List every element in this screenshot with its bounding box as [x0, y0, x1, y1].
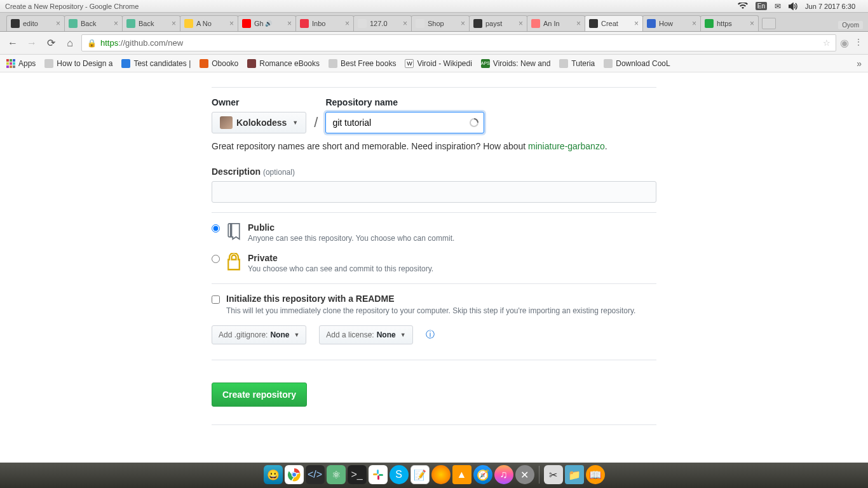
window-title: Create a New Repository - Google Chrome — [5, 3, 139, 10]
close-icon[interactable]: × — [54, 19, 60, 28]
dock-slack-icon[interactable] — [369, 465, 388, 484]
dock-itunes-icon[interactable]: ♫ — [494, 465, 513, 484]
public-radio[interactable] — [212, 224, 220, 233]
bookmark-item[interactable]: WViroid - Wikipedi — [405, 59, 471, 68]
profile-badge[interactable]: Oyom — [838, 21, 863, 29]
tab[interactable]: payst× — [469, 15, 527, 31]
bookmark-item[interactable]: APSViroids: New and — [481, 59, 551, 68]
close-icon[interactable]: × — [517, 19, 523, 28]
suggestion-link[interactable]: miniature-garbanzo — [528, 141, 605, 151]
dock-skype-icon[interactable]: S — [390, 465, 409, 484]
tab[interactable]: Back× — [64, 15, 123, 31]
dock-chrome-icon[interactable] — [285, 465, 304, 484]
lang-indicator[interactable]: En — [756, 2, 767, 10]
dock-safari-icon[interactable]: 🧭 — [473, 465, 492, 484]
lock-icon: 🔒 — [87, 39, 97, 48]
bookmark-item[interactable]: Test candidates | — [121, 59, 191, 68]
favicon-icon — [11, 19, 20, 28]
tab[interactable]: An In× — [527, 15, 585, 31]
page-icon — [604, 59, 613, 68]
repo-name-input[interactable] — [325, 112, 484, 133]
gitignore-dropdown[interactable]: Add .gitignore: None▼ — [212, 325, 306, 344]
bookmark-item[interactable]: Download CooL — [604, 59, 670, 68]
close-icon[interactable]: × — [343, 19, 349, 28]
tab[interactable]: Back× — [122, 15, 180, 31]
clock[interactable]: Jun 7 2017 6:30 — [805, 3, 855, 10]
tab[interactable]: Gh🔊× — [238, 15, 296, 31]
close-icon[interactable]: × — [574, 19, 581, 28]
wifi-icon[interactable] — [738, 3, 748, 10]
page-icon — [247, 59, 256, 68]
close-icon[interactable]: × — [285, 19, 292, 28]
svg-rect-2 — [231, 228, 232, 229]
readme-checkbox[interactable] — [212, 295, 220, 304]
close-icon[interactable]: × — [112, 19, 118, 28]
dock-firefox-icon[interactable] — [431, 465, 451, 484]
tab[interactable]: Inbo× — [295, 15, 354, 31]
private-desc: You choose who can see and commit to thi… — [248, 264, 433, 273]
tab[interactable]: Shop× — [411, 15, 470, 31]
dock-folder-icon[interactable]: 📁 — [565, 465, 584, 484]
svg-rect-11 — [379, 474, 383, 476]
chevron-down-icon: ▼ — [400, 332, 406, 338]
readme-desc: This will let you immediately clone the … — [226, 306, 635, 315]
readme-title: Initialize this repository with a README — [226, 294, 635, 304]
close-icon[interactable]: × — [401, 19, 407, 28]
dock-vscode-icon[interactable]: </> — [306, 465, 325, 484]
page-icon — [329, 59, 337, 68]
dock-vlc-icon[interactable]: ▲ — [452, 465, 471, 484]
dock-ibooks-icon[interactable]: 📖 — [586, 465, 605, 484]
svg-rect-1 — [231, 226, 232, 227]
favicon-icon — [358, 19, 367, 28]
chevron-down-icon: ▼ — [294, 332, 299, 338]
close-icon[interactable]: × — [632, 19, 639, 28]
info-icon[interactable]: ⓘ — [426, 329, 435, 341]
close-icon[interactable]: × — [459, 19, 465, 28]
new-tab-button[interactable] — [762, 18, 776, 29]
menu-icon[interactable]: ⋮ — [854, 37, 863, 49]
tab[interactable]: https× — [700, 15, 759, 31]
bookmark-item[interactable]: How to Design a — [44, 59, 112, 68]
apps-button[interactable]: Apps — [6, 59, 36, 68]
dock-textedit-icon[interactable]: 📝 — [410, 465, 430, 484]
back-button[interactable]: ← — [5, 36, 20, 51]
create-repository-button[interactable]: Create repository — [212, 383, 307, 407]
volume-icon[interactable] — [789, 3, 797, 10]
address-bar[interactable]: 🔒 https://github.com/new ☆ — [81, 34, 836, 51]
favicon-icon — [300, 19, 309, 28]
reload-button[interactable]: ⟳ — [43, 36, 58, 51]
description-input[interactable] — [212, 181, 656, 203]
repo-hint: Great repository names are short and mem… — [212, 141, 656, 151]
close-icon[interactable]: × — [748, 19, 754, 28]
extension-icon[interactable]: ◉ — [840, 37, 849, 49]
close-icon[interactable]: × — [170, 19, 176, 28]
tab-active[interactable]: Creat× — [585, 15, 643, 31]
svg-point-7 — [292, 472, 296, 477]
tab[interactable]: A No× — [180, 15, 238, 31]
home-button[interactable]: ⌂ — [62, 36, 78, 51]
favicon-icon — [242, 19, 251, 28]
dock-terminal-icon[interactable]: >_ — [348, 465, 367, 484]
bookmark-item[interactable]: Obooko — [200, 59, 238, 68]
mail-icon[interactable]: ✉ — [775, 2, 781, 11]
dock-finder-icon[interactable]: 😀 — [264, 465, 283, 484]
close-icon[interactable]: × — [690, 19, 696, 28]
dock-app-icon[interactable]: ✕ — [515, 465, 534, 484]
forward-button: → — [24, 36, 39, 51]
owner-dropdown[interactable]: Kolokodess ▼ — [212, 112, 306, 133]
favicon-icon — [416, 19, 424, 28]
tab[interactable]: 127.0× — [353, 15, 412, 31]
bookmark-item[interactable]: Best Free books — [329, 59, 396, 68]
tab[interactable]: How× — [642, 15, 701, 31]
tab[interactable]: edito× — [6, 15, 65, 31]
spinner-icon — [469, 118, 479, 128]
license-dropdown[interactable]: Add a license: None▼ — [319, 325, 412, 344]
bookmark-item[interactable]: Romance eBooks — [247, 59, 320, 68]
bookmark-item[interactable]: Tuteria — [559, 59, 595, 68]
dock-scissors-icon[interactable]: ✂ — [544, 465, 563, 484]
close-icon[interactable]: × — [227, 19, 234, 28]
bookmark-star-icon[interactable]: ☆ — [823, 38, 831, 48]
bookmarks-overflow-icon[interactable]: » — [857, 58, 862, 69]
private-radio[interactable] — [212, 255, 220, 263]
dock-atom-icon[interactable]: ⚛ — [327, 465, 346, 484]
